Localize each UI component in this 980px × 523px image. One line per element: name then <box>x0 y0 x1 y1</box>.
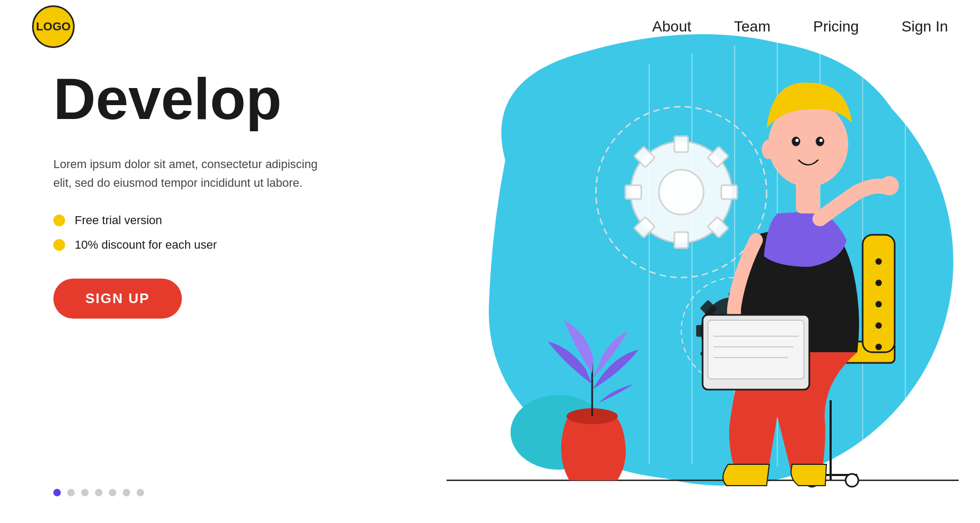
feature-label-2: 10% discount for each user <box>75 238 217 252</box>
svg-point-35 <box>846 474 858 487</box>
dot-2[interactable] <box>67 489 75 496</box>
bullet-dot-1 <box>53 215 65 226</box>
dot-7[interactable] <box>137 489 144 496</box>
feature-item-1: Free trial version <box>53 213 331 227</box>
svg-rect-14 <box>625 185 641 199</box>
svg-point-38 <box>875 258 882 265</box>
svg-point-40 <box>875 301 882 307</box>
svg-point-39 <box>875 280 882 286</box>
signup-button[interactable]: SIGN UP <box>53 279 182 319</box>
feature-item-2: 10% discount for each user <box>53 238 331 252</box>
hero-description: Lorem ipsum dolor sit amet, consectetur … <box>53 155 331 192</box>
svg-rect-45 <box>708 320 804 379</box>
dot-4[interactable] <box>95 489 102 496</box>
page-title: Develop <box>53 69 331 128</box>
dot-1[interactable] <box>53 489 61 496</box>
dot-5[interactable] <box>109 489 116 496</box>
svg-point-52 <box>795 139 799 142</box>
svg-rect-15 <box>721 185 737 199</box>
svg-point-43 <box>880 176 899 195</box>
svg-rect-37 <box>863 235 895 352</box>
svg-point-55 <box>762 140 775 159</box>
feature-list: Free trial version 10% discount for each… <box>53 213 331 252</box>
hero-content: Develop Lorem ipsum dolor sit amet, cons… <box>53 69 331 319</box>
svg-point-42 <box>875 344 882 350</box>
feature-label-1: Free trial version <box>75 213 162 227</box>
dot-3[interactable] <box>81 489 89 496</box>
svg-rect-13 <box>674 232 688 248</box>
dot-6[interactable] <box>123 489 130 496</box>
svg-point-54 <box>819 139 823 142</box>
pagination <box>53 489 144 496</box>
svg-rect-12 <box>674 136 688 152</box>
hero-illustration <box>393 0 980 523</box>
bullet-dot-2 <box>53 239 65 251</box>
logo: LOGO <box>32 5 75 48</box>
svg-point-41 <box>875 322 882 329</box>
svg-point-11 <box>659 170 704 215</box>
